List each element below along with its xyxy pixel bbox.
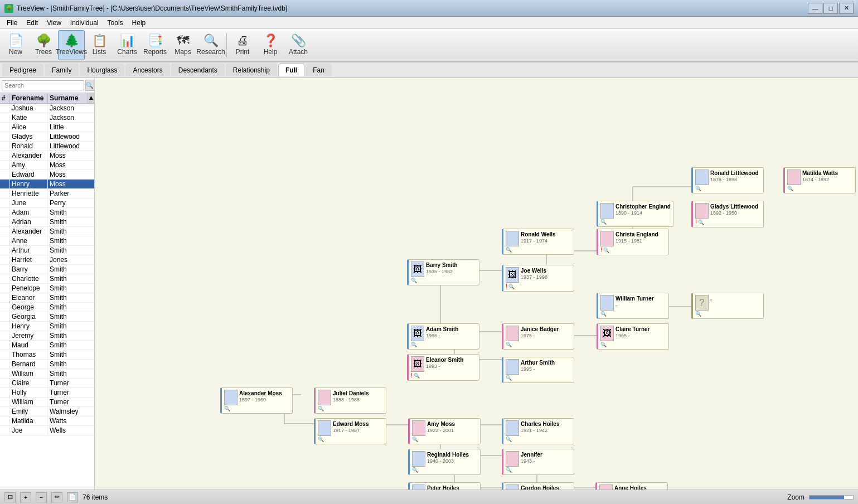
titlebar-controls[interactable]: — □ ✕: [808, 3, 854, 14]
close-button[interactable]: ✕: [839, 3, 854, 14]
tree-row[interactable]: William Smith: [0, 369, 94, 379]
toolbar-new[interactable]: 📄 New: [2, 30, 29, 60]
search-input[interactable]: [2, 80, 84, 90]
person-search-btn[interactable]: 🔍: [698, 220, 704, 225]
person-search-btn[interactable]: 🔍: [695, 311, 701, 317]
person-search-btn[interactable]: 🔍: [506, 375, 512, 381]
status-btn-remove[interactable]: −: [36, 492, 47, 502]
toolbar-help[interactable]: ❓ Help: [257, 30, 284, 60]
person-search-btn[interactable]: 🔍: [412, 437, 418, 442]
tree-row[interactable]: June Perry: [0, 198, 94, 208]
person-search-btn[interactable]: 🔍: [414, 373, 420, 379]
tree-row[interactable]: Emily Walmsley: [0, 407, 94, 416]
tab-full[interactable]: Full: [278, 64, 304, 76]
tree-row[interactable]: Alexander Smith: [0, 227, 94, 236]
tab-family[interactable]: Family: [45, 64, 79, 76]
person-search-btn[interactable]: 🔍: [600, 342, 607, 347]
tree-row[interactable]: Adrian Smith: [0, 217, 94, 227]
toolbar-attach[interactable]: 📎 Attach: [285, 30, 312, 60]
person-search-btn[interactable]: 🔍: [787, 186, 793, 191]
person-card-juliet_daniels[interactable]: Juliet Daniels 1888 - 1988 🔍: [314, 387, 386, 414]
tree-row[interactable]: Anne Smith: [0, 236, 94, 246]
person-card-barry_smith[interactable]: 🖼 Barry Smith 1935 - 1982 🔍: [407, 259, 479, 285]
person-card-gordon_hoiles[interactable]: Gordon Hoiles 1966 - 🔍: [502, 482, 574, 490]
tree-row[interactable]: Charlotte Smith: [0, 274, 94, 284]
tree-row[interactable]: George Smith: [0, 303, 94, 312]
tree-row[interactable]: Henry Smith: [0, 322, 94, 331]
person-card-christa_england[interactable]: Christa England 1915 - 1981 ! 🔍: [597, 229, 669, 255]
zoom-bar[interactable]: [809, 495, 854, 500]
person-card-ronald_wells[interactable]: Ronald Wells 1917 - 1974 🔍: [502, 229, 574, 255]
person-card-reginald_hoiles[interactable]: Reginald Hoiles 1940 - 2003 🔍: [408, 449, 481, 475]
tab-ancestors[interactable]: Ancestors: [125, 64, 169, 76]
status-btn-home[interactable]: ⊟: [4, 492, 16, 502]
person-search-btn[interactable]: 🔍: [411, 278, 417, 283]
person-card-peter_hoiles[interactable]: Peter Hoiles 1963 - 🔍: [408, 482, 481, 490]
tree-row[interactable]: Joshua Jackson: [0, 104, 94, 113]
toolbar-reports[interactable]: 📑 Reports: [142, 30, 168, 60]
person-card-anne_hoiles[interactable]: Anne Hoiles 1968 - 🔍: [595, 482, 668, 490]
person-card-arthur_smith[interactable]: Arthur Smith 1995 - 🔍: [502, 357, 574, 383]
menu-tools[interactable]: Tools: [103, 18, 128, 28]
chart-panel[interactable]: Ronald Wells 1917 - 1974 🔍 Christa Engla…: [95, 78, 858, 490]
person-search-btn[interactable]: 🔍: [695, 186, 701, 191]
tree-row[interactable]: Harriet Jones: [0, 255, 94, 265]
person-card-jennifer[interactable]: Jennifer 1943 - 🔍: [502, 449, 574, 475]
tree-row[interactable]: Ronald Littlewood: [0, 142, 94, 151]
person-card-matilda_watts[interactable]: Matilda Watts 1874 - 1892 🔍: [783, 167, 856, 193]
tree-row[interactable]: Joe Wells: [0, 426, 94, 435]
tree-row[interactable]: Holly Turner: [0, 388, 94, 398]
person-search-btn[interactable]: 🔍: [603, 248, 609, 253]
person-search-btn[interactable]: 🔍: [506, 247, 512, 253]
minimize-button[interactable]: —: [808, 3, 822, 14]
menu-help[interactable]: Help: [128, 18, 151, 28]
toolbar-print[interactable]: 🖨 Print: [229, 30, 256, 60]
toolbar-maps[interactable]: 🗺 Maps: [169, 30, 196, 60]
person-search-btn[interactable]: 🔍: [412, 467, 418, 473]
person-card-janice_badger[interactable]: Janice Badger 1975 - 🔍: [502, 323, 574, 350]
tab-descendants[interactable]: Descendants: [171, 64, 225, 76]
tree-row[interactable]: Katie Jackson: [0, 113, 94, 123]
menu-view[interactable]: View: [42, 18, 66, 28]
tab-pedigree[interactable]: Pedigree: [2, 64, 43, 76]
person-card-eleanor_smith[interactable]: 🖼 Eleanor Smith 1993 - ! 🔍: [407, 354, 479, 381]
tree-row[interactable]: Edward Moss: [0, 170, 94, 180]
person-card-joe_wells[interactable]: 🖼 Joe Wells 1937 - 1998 ! 🔍: [502, 265, 574, 292]
tab-hourglass[interactable]: Hourglass: [80, 64, 124, 76]
status-btn-edit[interactable]: ✏: [51, 492, 62, 502]
person-search-btn[interactable]: 🔍: [600, 219, 607, 225]
tree-row[interactable]: Jeremy Smith: [0, 331, 94, 341]
person-search-btn[interactable]: 🔍: [506, 467, 512, 473]
person-card-ronald_littlewood[interactable]: Ronald Littlewood 1878 - 1898 🔍: [691, 167, 764, 193]
person-search-btn[interactable]: 🔍: [318, 437, 324, 442]
search-button[interactable]: 🔍: [85, 80, 94, 91]
status-btn-doc[interactable]: 📄: [67, 492, 78, 502]
person-card-adam_smith[interactable]: 🖼 Adam Smith 1966 - 🔍: [407, 323, 479, 350]
person-card-christopher_england[interactable]: Christopher England 1890 - 1914 🔍: [597, 201, 673, 227]
tree-row[interactable]: Barry Smith: [0, 265, 94, 274]
tree-row[interactable]: Penelope Smith: [0, 284, 94, 293]
toolbar-treeviews[interactable]: 🌲 TreeViews: [58, 30, 85, 60]
tree-row[interactable]: Eleanor Smith: [0, 293, 94, 303]
menu-individual[interactable]: Individual: [66, 18, 103, 28]
tree-row[interactable]: Alexander Moss: [0, 151, 94, 161]
toolbar-research[interactable]: 🔍 Research: [197, 30, 224, 60]
tree-row[interactable]: William Turner: [0, 398, 94, 407]
person-search-btn[interactable]: 🔍: [224, 406, 230, 411]
tree-row[interactable]: Arthur Smith: [0, 246, 94, 255]
tree-row[interactable]: Alice Little: [0, 123, 94, 132]
person-card-edward_moss[interactable]: Edward Moss 1917 - 1987 🔍: [314, 418, 386, 444]
person-card-amy_moss[interactable]: Amy Moss 1922 - 2001 🔍: [408, 418, 481, 444]
tree-row[interactable]: Henriette Parker: [0, 189, 94, 198]
tree-row[interactable]: Amy Moss: [0, 161, 94, 170]
tab-relationship[interactable]: Relationship: [226, 64, 277, 76]
tree-row[interactable]: Maud Smith: [0, 341, 94, 350]
person-card-charles_hoiles[interactable]: Charles Hoiles 1921 - 1942 🔍: [502, 418, 574, 444]
person-search-btn[interactable]: 🔍: [600, 311, 607, 317]
status-btn-add[interactable]: +: [20, 492, 31, 502]
toolbar-trees[interactable]: 🌳 Trees: [30, 30, 57, 60]
person-card-unknown1[interactable]: ? . 🔍: [691, 293, 764, 319]
tree-row[interactable]: Henry Moss: [0, 180, 94, 189]
person-search-btn[interactable]: 🔍: [508, 284, 515, 289]
person-card-claire_turner[interactable]: 🖼 Claire Turner 1965 - 🔍: [597, 323, 669, 350]
